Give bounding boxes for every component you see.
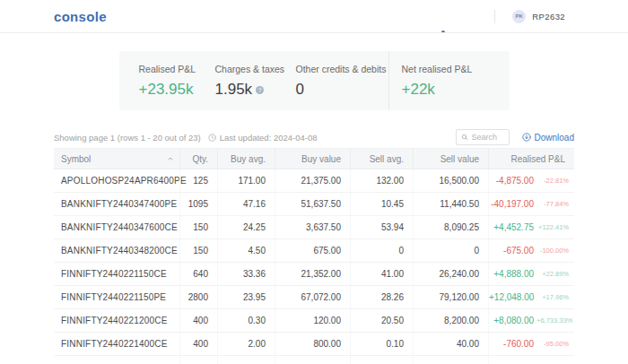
cell-buy-avg: 2.00 bbox=[217, 333, 275, 355]
cell-symbol: BANKNIFTY2440347400PE bbox=[54, 193, 179, 215]
cell-qty: 400 bbox=[179, 309, 217, 332]
cell-buy-value: 51,637.50 bbox=[275, 193, 350, 215]
cell-sell-value: 79,120.00 bbox=[413, 286, 488, 308]
stat-card: Realised P&L +23.95k bbox=[119, 51, 215, 110]
sort-asc-icon[interactable] bbox=[167, 155, 174, 162]
stat-card: Net realised P&L +22k bbox=[388, 51, 510, 110]
logo[interactable]: console bbox=[54, 9, 107, 24]
cell-symbol: APOLLOHOSP24APR6400PE bbox=[54, 169, 179, 192]
search-box[interactable] bbox=[456, 129, 510, 145]
cell-buy-avg: 23.95 bbox=[217, 286, 275, 308]
cell-symbol: FINNIFTY2440221150PE bbox=[54, 286, 179, 308]
cell-qty: 2800 bbox=[179, 286, 217, 308]
cell-qty: 125 bbox=[179, 169, 217, 192]
cell-buy-value: 21,352.00 bbox=[275, 263, 350, 285]
cell-sell-avg: 53.94 bbox=[350, 216, 413, 238]
cell-buy-avg: 33.36 bbox=[217, 263, 275, 285]
user-id: RP2632 bbox=[532, 12, 565, 22]
stat-card: Charges & taxes 1.95k ? bbox=[215, 51, 296, 110]
cell-sell-avg: 41.00 bbox=[350, 263, 413, 285]
cell-buy-value: 67,072.00 bbox=[275, 286, 350, 308]
search-input[interactable] bbox=[472, 133, 504, 142]
cell-sell-value: 8,090.25 bbox=[413, 216, 488, 238]
user-menu[interactable]: PK RP2632 bbox=[512, 0, 565, 32]
cell-sell-avg: 0 bbox=[350, 239, 413, 262]
summary-panel: Realised P&L +23.95k Charges & taxes 1.9… bbox=[119, 51, 510, 110]
cell-sell-value: 8,200.00 bbox=[413, 309, 488, 332]
stat-value: 0 bbox=[296, 81, 304, 99]
cell-realised-pnl: +4,452.75 +122.41% bbox=[488, 216, 574, 238]
last-updated-text: Last updated: 2024-04-08 bbox=[220, 133, 318, 143]
column-header-realised-pnl[interactable]: Realised P&L bbox=[488, 149, 574, 169]
cell-buy-value: 800.00 bbox=[275, 333, 350, 355]
info-icon[interactable]: ? bbox=[256, 86, 264, 94]
cell-sell-value: 11,440.50 bbox=[413, 193, 488, 215]
cell-sell-value: 26,240.00 bbox=[413, 263, 488, 285]
column-header-buy-value[interactable]: Buy value bbox=[275, 149, 350, 169]
nav-right: PK RP2632 bbox=[409, 0, 565, 32]
table-row[interactable]: BANKNIFTY2440347600CE 150 24.25 3,637.50… bbox=[54, 216, 574, 239]
stat-label: Net realised P&L bbox=[402, 64, 510, 74]
column-header-buy-avg[interactable]: Buy avg. bbox=[217, 149, 275, 169]
cell-realised-pnl: +8,080.00 +6,733.33% bbox=[488, 309, 574, 332]
table-row[interactable]: FINNIFTY2440221150CE 640 33.36 21,352.00… bbox=[54, 263, 574, 286]
stat-label: Charges & taxes bbox=[215, 64, 296, 74]
table-row[interactable]: APOLLOHOSP24APR6400PE 125 171.00 21,375.… bbox=[54, 169, 574, 193]
cell-realised-pnl: -760.00 -95.00% bbox=[488, 333, 574, 355]
cell-buy-avg: 47.16 bbox=[217, 193, 275, 215]
navbar: console PK RP2632 bbox=[0, 0, 628, 33]
table-row[interactable]: BANKNIFTY2440348200CE 150 4.50 675.00 0 … bbox=[54, 239, 574, 263]
column-header-sell-avg[interactable]: Sell avg. bbox=[350, 149, 413, 169]
cell-buy-avg: 0.30 bbox=[217, 309, 275, 332]
pnl-table: Symbol Qty. Buy avg. Buy value Sell avg.… bbox=[54, 148, 574, 364]
avatar: PK bbox=[512, 10, 526, 23]
nav-divider bbox=[494, 10, 495, 23]
showing-text: Showing page 1 (rows 1 - 20 out of 23) bbox=[54, 133, 201, 143]
cell-buy-value: 675.00 bbox=[275, 239, 350, 262]
cell-buy-avg: 171.00 bbox=[217, 169, 275, 192]
cell-buy-avg: 4.50 bbox=[217, 239, 275, 262]
cell-buy-avg: 24.25 bbox=[217, 216, 275, 238]
table-body: APOLLOHOSP24APR6400PE 125 171.00 21,375.… bbox=[54, 169, 574, 356]
cell-sell-value: 0 bbox=[413, 239, 488, 262]
stat-value: 1.95k bbox=[215, 81, 253, 99]
cell-sell-avg: 20.50 bbox=[350, 309, 413, 332]
table-header: Symbol Qty. Buy avg. Buy value Sell avg.… bbox=[54, 148, 574, 169]
table-row[interactable]: FINNIFTY2440221200CE 400 0.30 120.00 20.… bbox=[54, 309, 574, 333]
table-row[interactable]: FINNIFTY2440221150PE 2800 23.95 67,072.0… bbox=[54, 286, 574, 309]
cell-sell-value: 16,500.00 bbox=[413, 169, 488, 192]
cell-sell-avg: 132.00 bbox=[350, 169, 413, 192]
cell-sell-value: 40.00 bbox=[413, 333, 488, 355]
clock-icon bbox=[208, 134, 216, 142]
cell-buy-value: 3,637.50 bbox=[275, 216, 350, 238]
cell-symbol: BANKNIFTY2440348200CE bbox=[54, 239, 179, 262]
nav-items bbox=[409, 0, 477, 32]
cell-qty: 400 bbox=[179, 333, 217, 355]
cell-symbol: FINNIFTY2440221400CE bbox=[54, 333, 179, 355]
download-button[interactable]: Download bbox=[522, 133, 574, 143]
column-header-qty[interactable]: Qty. bbox=[179, 149, 217, 169]
cell-sell-avg: 0.10 bbox=[350, 333, 413, 355]
stat-label: Other credits & debits bbox=[296, 64, 388, 74]
table-row[interactable]: BANKNIFTY2440347400PE 1095 47.16 51,637.… bbox=[54, 193, 574, 216]
cell-qty: 150 bbox=[179, 239, 217, 262]
cell-qty: 640 bbox=[179, 263, 217, 285]
stat-value: +23.95k bbox=[139, 81, 194, 99]
stat-card: Other credits & debits 0 bbox=[296, 51, 388, 110]
cell-realised-pnl: +4,888.00 +22.89% bbox=[488, 263, 574, 285]
cell-realised-pnl: +12,048.00 +17.96% bbox=[488, 286, 574, 308]
column-header-symbol[interactable]: Symbol bbox=[54, 149, 179, 169]
cell-qty: 1095 bbox=[179, 193, 217, 215]
table-toolbar: Showing page 1 (rows 1 - 20 out of 23) L… bbox=[54, 129, 574, 145]
cell-realised-pnl: -4,875.00 -22.81% bbox=[488, 169, 574, 192]
cell-symbol: FINNIFTY2440221150CE bbox=[54, 263, 179, 285]
table-row[interactable]: FINNIFTY2440221400CE 400 2.00 800.00 0.1… bbox=[54, 333, 574, 356]
cell-sell-avg: 28.26 bbox=[350, 286, 413, 308]
stat-label: Realised P&L bbox=[139, 64, 215, 74]
cell-realised-pnl: -675.00 -100.00% bbox=[488, 239, 574, 262]
column-header-sell-value[interactable]: Sell value bbox=[413, 149, 488, 169]
cell-realised-pnl: -40,197.00 -77.84% bbox=[488, 193, 574, 215]
cell-buy-value: 120.00 bbox=[275, 309, 350, 332]
cell-symbol: FINNIFTY2440221200CE bbox=[54, 309, 179, 332]
cell-symbol: BANKNIFTY2440347600CE bbox=[54, 216, 179, 238]
